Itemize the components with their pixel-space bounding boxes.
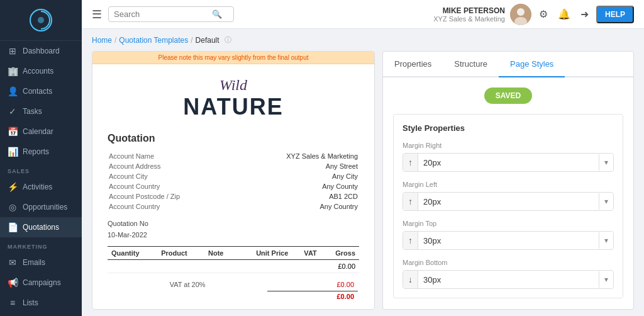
notifications-icon[interactable]: 🔔 bbox=[555, 6, 573, 23]
main-area: ☰ 🔍 MIKE PETERSON XYZ Sales & Marketing … bbox=[82, 0, 644, 316]
svg-point-1 bbox=[38, 17, 44, 23]
tasks-icon: ✓ bbox=[8, 106, 18, 116]
right-panel: Properties Structure Page Styles SAVED S… bbox=[382, 51, 634, 310]
contacts-icon: 👤 bbox=[8, 86, 18, 96]
margin-left-up-button[interactable]: ↑ bbox=[403, 193, 418, 210]
margin-left-control: ↑ 20px10px15px25px30px ▾ bbox=[402, 192, 614, 211]
margin-right-chevron-icon: ▾ bbox=[599, 154, 613, 171]
saved-button[interactable]: SAVED bbox=[484, 87, 532, 104]
quotations-icon: 📄 bbox=[8, 222, 18, 232]
table-row: Account Postcode / Zip AB1 2CD bbox=[109, 192, 358, 201]
sidebar-item-calendar[interactable]: 📅 Calendar bbox=[0, 121, 82, 142]
user-company: XYZ Sales & Marketing bbox=[433, 15, 505, 23]
margin-top-select[interactable]: 30px10px15px20px25px bbox=[418, 232, 599, 249]
opportunities-icon: ◎ bbox=[8, 202, 18, 212]
margin-right-select[interactable]: 20px10px15px25px30px bbox=[418, 154, 599, 171]
table-row: £0.00 bbox=[109, 291, 358, 302]
table-row: Account Name XYZ Sales & Marketing bbox=[109, 152, 358, 161]
margin-right-up-button[interactable]: ↑ bbox=[403, 154, 418, 171]
doc-table: Quantity Product Note Unit Price VAT Gro… bbox=[108, 246, 359, 273]
marketing-section-label: MARKETING bbox=[0, 237, 82, 252]
accounts-icon: 🏢 bbox=[8, 66, 18, 76]
breadcrumb: Home / Quotation Templates / Default ⓘ bbox=[92, 35, 634, 45]
table-row: £0.00 bbox=[108, 260, 359, 273]
sidebar-item-reports[interactable]: 📊 Reports bbox=[0, 142, 82, 162]
calendar-icon: 📅 bbox=[8, 127, 18, 137]
margin-left-select[interactable]: 20px10px15px25px30px bbox=[418, 193, 599, 210]
svg-point-3 bbox=[517, 8, 525, 16]
table-row: Account Address Any Street bbox=[109, 162, 358, 171]
logout-icon[interactable]: ➜ bbox=[578, 6, 591, 23]
margin-bottom-down-button[interactable]: ↓ bbox=[403, 271, 418, 288]
sidebar-item-quotations[interactable]: 📄 Quotations bbox=[0, 217, 82, 237]
topbar: ☰ 🔍 MIKE PETERSON XYZ Sales & Marketing … bbox=[82, 0, 644, 29]
margin-top-chevron-icon: ▾ bbox=[599, 232, 613, 249]
doc-logo-nature: NATURE bbox=[108, 94, 359, 120]
content-pane: Home / Quotation Templates / Default ⓘ P… bbox=[82, 29, 644, 316]
margin-top-up-button[interactable]: ↑ bbox=[403, 232, 418, 249]
activities-icon: ⚡ bbox=[8, 182, 18, 192]
sales-section-label: SALES bbox=[0, 162, 82, 177]
preview-container: Please note this may vary slightly from … bbox=[92, 51, 634, 310]
doc-preview: Please note this may vary slightly from … bbox=[92, 51, 375, 310]
breadcrumb-home[interactable]: Home bbox=[92, 36, 112, 45]
style-section-title: Style Properties bbox=[402, 123, 614, 133]
sidebar-item-accounts[interactable]: 🏢 Accounts bbox=[0, 61, 82, 81]
campaigns-icon: 📢 bbox=[8, 278, 18, 288]
margin-right-field: Margin Right ↑ 20px10px15px25px30px ▾ bbox=[402, 142, 614, 172]
search-box[interactable]: 🔍 bbox=[108, 6, 234, 22]
table-row: Account Country Any County bbox=[109, 182, 358, 191]
doc-scroll[interactable]: Wild NATURE Quotation Account Name XYZ S… bbox=[92, 64, 374, 309]
sidebar-item-activities[interactable]: ⚡ Activities bbox=[0, 177, 82, 197]
sidebar-item-lists[interactable]: ≡ Lists bbox=[0, 293, 82, 313]
avatar bbox=[510, 4, 531, 25]
margin-left-field: Margin Left ↑ 20px10px15px25px30px ▾ bbox=[402, 181, 614, 211]
sidebar-logo bbox=[0, 0, 82, 41]
breadcrumb-quotation-templates[interactable]: Quotation Templates bbox=[119, 36, 188, 45]
menu-icon[interactable]: ☰ bbox=[92, 8, 102, 21]
reports-icon: 📊 bbox=[8, 147, 18, 157]
search-input[interactable] bbox=[114, 9, 208, 19]
margin-top-field: Margin Top ↑ 30px10px15px20px25px ▾ bbox=[402, 220, 614, 250]
sidebar-item-tasks[interactable]: ✓ Tasks bbox=[0, 101, 82, 121]
margin-right-label: Margin Right bbox=[402, 142, 614, 149]
margin-bottom-label: Margin Bottom bbox=[402, 259, 614, 266]
table-row: VAT at 20% £0.00 bbox=[109, 279, 358, 290]
sidebar-item-send-emails[interactable]: ➤ Send Emails bbox=[0, 313, 82, 316]
panel-content: SAVED Style Properties Margin Right ↑ 20… bbox=[383, 77, 633, 309]
margin-bottom-field: Margin Bottom ↓ 30px10px15px20px25px ▾ bbox=[402, 259, 614, 289]
sidebar-item-campaigns[interactable]: 📢 Campaigns bbox=[0, 273, 82, 293]
lists-icon: ≡ bbox=[8, 298, 18, 308]
sidebar-item-opportunities[interactable]: ◎ Opportunities bbox=[0, 197, 82, 217]
tab-structure[interactable]: Structure bbox=[443, 52, 499, 77]
help-button[interactable]: HELP bbox=[596, 6, 634, 23]
search-icon: 🔍 bbox=[212, 9, 222, 19]
user-info: MIKE PETERSON XYZ Sales & Marketing ⚙ 🔔 … bbox=[433, 4, 634, 25]
margin-top-control: ↑ 30px10px15px20px25px ▾ bbox=[402, 231, 614, 250]
sidebar-item-contacts[interactable]: 👤 Contacts bbox=[0, 81, 82, 101]
sidebar-item-dashboard[interactable]: ⊞ Dashboard bbox=[0, 41, 82, 61]
dashboard-icon: ⊞ bbox=[8, 46, 18, 56]
margin-bottom-control: ↓ 30px10px15px20px25px ▾ bbox=[402, 270, 614, 289]
table-row: Quantity Product Note Unit Price VAT Gro… bbox=[108, 247, 359, 260]
doc-quotation-no: Quotation No bbox=[108, 220, 359, 227]
doc-notice: Please note this may vary slightly from … bbox=[92, 52, 374, 64]
tab-properties[interactable]: Properties bbox=[383, 52, 443, 77]
margin-left-chevron-icon: ▾ bbox=[599, 193, 613, 210]
doc-info-table: Account Name XYZ Sales & Marketing Accou… bbox=[108, 150, 359, 212]
doc-date: 10-Mar-2022 bbox=[108, 231, 359, 239]
table-row: Account Country Any Country bbox=[109, 202, 358, 211]
margin-bottom-chevron-icon: ▾ bbox=[599, 271, 613, 288]
emails-icon: ✉ bbox=[8, 257, 18, 268]
tab-page-styles[interactable]: Page Styles bbox=[499, 52, 565, 77]
doc-logo-wild: Wild bbox=[108, 77, 359, 94]
panel-tabs: Properties Structure Page Styles bbox=[383, 52, 633, 77]
margin-top-label: Margin Top bbox=[402, 220, 614, 227]
style-properties-section: Style Properties Margin Right ↑ 20px10px… bbox=[393, 114, 623, 298]
margin-left-label: Margin Left bbox=[402, 181, 614, 188]
margin-bottom-select[interactable]: 30px10px15px20px25px bbox=[418, 271, 599, 288]
sidebar: ⊞ Dashboard 🏢 Accounts 👤 Contacts ✓ Task… bbox=[0, 0, 82, 316]
page-area: Home / Quotation Templates / Default ⓘ P… bbox=[82, 29, 644, 316]
settings-icon[interactable]: ⚙ bbox=[536, 6, 550, 23]
sidebar-item-emails[interactable]: ✉ Emails bbox=[0, 252, 82, 273]
